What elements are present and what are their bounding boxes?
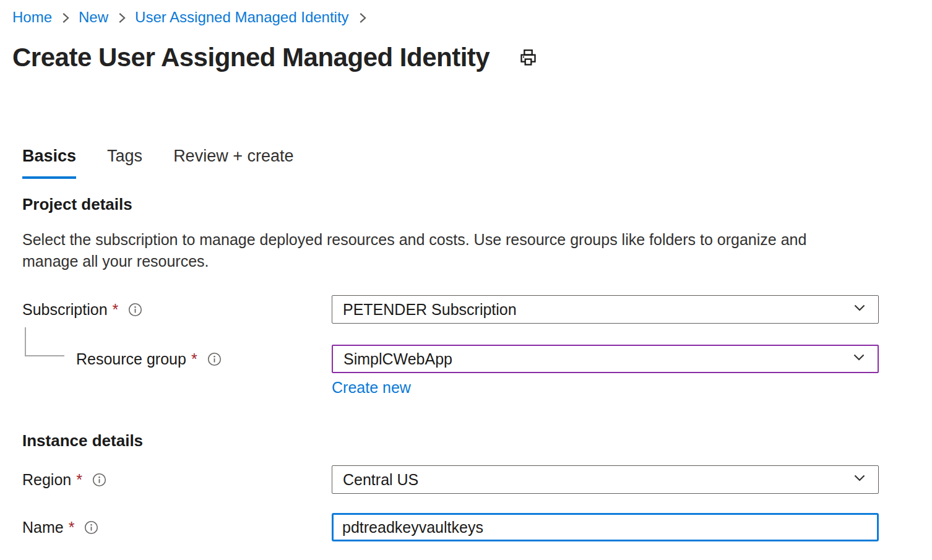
create-new-link[interactable]: Create new [332,379,411,397]
breadcrumb: Home New User Assigned Managed Identity [12,8,920,27]
breadcrumb-new-link[interactable]: New [79,8,108,27]
chevron-down-icon [851,299,868,320]
project-details-heading: Project details [22,195,920,213]
info-icon[interactable] [128,303,142,317]
region-row: Region * Central US [22,465,920,494]
project-details-description: Select the subscription to manage deploy… [22,229,845,272]
info-icon[interactable] [207,352,222,366]
chevron-right-icon [60,10,71,26]
chevron-down-icon [851,469,868,490]
required-asterisk: * [113,301,119,319]
chevron-down-icon [850,348,868,369]
resource-group-dropdown[interactable]: SimplCWebApp [332,345,879,373]
required-asterisk: * [76,471,82,489]
page-content: Home New User Assigned Managed Identity … [0,0,932,541]
region-control-cell: Central US [332,465,879,494]
subscription-row: Subscription * PETENDER Subscription [22,295,920,324]
info-icon[interactable] [92,473,106,487]
printer-icon[interactable] [518,48,538,68]
breadcrumb-home-link[interactable]: Home [12,8,52,27]
chevron-right-icon [116,10,127,26]
resource-group-control-cell: SimplCWebApp Create new [332,345,879,397]
resource-group-dropdown-value: SimplCWebApp [343,350,452,368]
chevron-right-icon [357,10,368,26]
name-row: Name * [22,513,920,541]
required-asterisk: * [191,350,197,368]
subscription-label-cell: Subscription * [22,295,332,324]
subscription-dropdown-value: PETENDER Subscription [343,301,517,319]
name-input[interactable] [332,513,879,541]
region-label-cell: Region * [22,465,332,494]
hierarchy-connector-line [25,327,64,356]
resource-group-label: Resource group [76,350,186,368]
breadcrumb-uami-link[interactable]: User Assigned Managed Identity [135,8,349,27]
subscription-label: Subscription [22,301,108,319]
tabs: Basics Tags Review + create [22,147,920,179]
region-label: Region [22,471,71,489]
name-label-cell: Name * [22,513,332,541]
basics-form: Subscription * PETENDER Subscription [22,295,920,541]
name-label: Name [22,519,64,536]
instance-details-heading: Instance details [22,431,920,450]
subscription-control-cell: PETENDER Subscription [332,295,879,324]
region-dropdown[interactable]: Central US [332,465,879,494]
info-icon[interactable] [84,520,98,535]
create-managed-identity-page: Home New User Assigned Managed Identity … [0,0,932,560]
resource-group-label-cell: Resource group * [22,345,332,373]
required-asterisk: * [69,519,75,536]
region-dropdown-value: Central US [343,471,418,489]
tab-tags[interactable]: Tags [107,147,142,179]
name-control-cell [332,513,879,541]
title-row: Create User Assigned Managed Identity [12,43,920,72]
subscription-dropdown[interactable]: PETENDER Subscription [332,295,879,324]
resource-group-row: Resource group * SimplCWebApp Create new [22,345,920,397]
page-title: Create User Assigned Managed Identity [12,43,490,72]
tab-review-create[interactable]: Review + create [173,147,293,179]
tab-basics[interactable]: Basics [22,147,76,179]
